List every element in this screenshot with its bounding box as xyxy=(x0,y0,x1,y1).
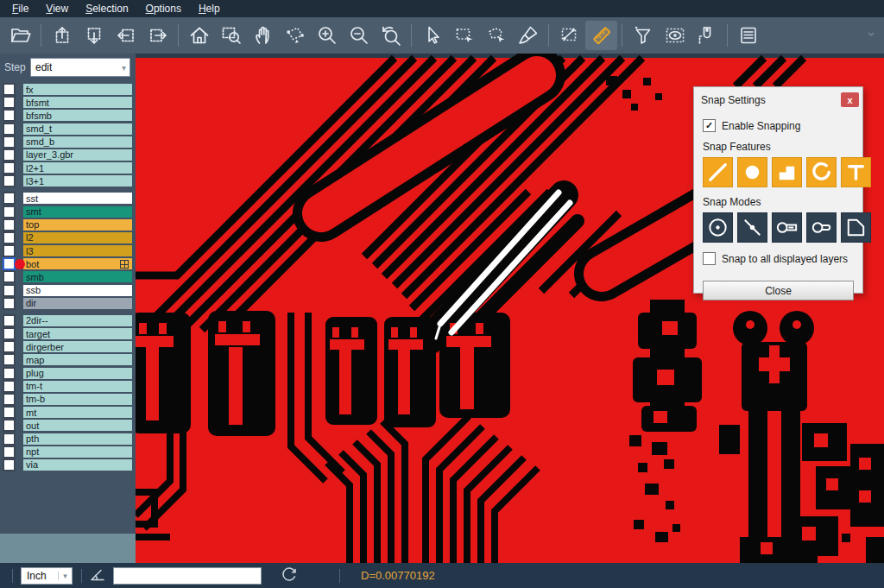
zoom-previous-icon[interactable] xyxy=(375,21,407,50)
select-cursor-icon[interactable] xyxy=(416,21,448,50)
layer-row-layer_3.gbr[interactable]: layer_3.gbr xyxy=(0,149,136,161)
layer-row-ssb[interactable]: ssb xyxy=(0,285,136,296)
measure-ruler-icon[interactable] xyxy=(585,21,617,50)
layer-checkbox[interactable] xyxy=(3,161,16,174)
layer-checkbox[interactable] xyxy=(3,192,16,205)
zoom-window-icon[interactable] xyxy=(215,21,247,50)
layer-checkbox[interactable] xyxy=(3,174,16,187)
select-polygon-icon[interactable] xyxy=(480,21,512,50)
layer-row-l2[interactable]: l2 xyxy=(0,232,136,243)
layer-row-smd_b[interactable]: smd_b xyxy=(0,136,136,148)
layer-checkbox[interactable] xyxy=(3,205,16,218)
step-select[interactable]: edit ▾ xyxy=(30,58,130,77)
layer-checkbox[interactable] xyxy=(3,380,16,393)
zoom-selection-icon[interactable] xyxy=(279,21,311,50)
layer-row-out[interactable]: out xyxy=(0,420,136,431)
unit-select[interactable]: Inch ▾ xyxy=(21,567,73,585)
layer-checkbox[interactable] xyxy=(3,109,16,122)
layer-checkbox[interactable] xyxy=(3,297,16,310)
pan-right-icon[interactable] xyxy=(142,21,174,50)
layer-checkbox[interactable] xyxy=(3,149,16,161)
snap-magnet-icon[interactable] xyxy=(691,21,723,50)
paint-brush-icon[interactable] xyxy=(512,21,544,50)
snap-feature-surface-button[interactable] xyxy=(772,157,802,187)
layer-row-bfsmb[interactable]: bfsmb xyxy=(0,110,136,121)
snap-mode-slot-button[interactable] xyxy=(772,212,802,243)
snap-mode-slot-end-button[interactable] xyxy=(806,212,837,243)
layer-row-l3+1[interactable]: l3+1 xyxy=(0,175,136,187)
menu-view[interactable]: View xyxy=(37,1,77,16)
open-folder-icon[interactable] xyxy=(4,21,36,50)
layer-row-dir[interactable]: dir xyxy=(0,298,136,309)
snap-mode-contour-button[interactable] xyxy=(841,212,871,243)
layer-row-npt[interactable]: npt xyxy=(0,446,136,458)
layer-checkbox[interactable] xyxy=(3,353,16,366)
snap-feature-pad-button[interactable] xyxy=(737,157,767,187)
layer-row-smd_t[interactable]: smd_t xyxy=(0,123,136,135)
angle-icon[interactable] xyxy=(89,566,106,586)
view-options-icon[interactable] xyxy=(659,21,691,50)
layer-checkbox[interactable] xyxy=(3,83,16,96)
layer-row-sst[interactable]: sst xyxy=(0,193,136,204)
overflow-chevron-icon[interactable] xyxy=(866,28,876,43)
menu-file[interactable]: File xyxy=(3,1,37,16)
menu-options[interactable]: Options xyxy=(137,1,190,16)
layer-checkbox[interactable] xyxy=(3,218,16,231)
layer-checkbox[interactable] xyxy=(3,393,16,406)
layer-row-target[interactable]: target xyxy=(0,328,136,339)
layer-checkbox[interactable] xyxy=(3,433,16,446)
layer-checkbox[interactable] xyxy=(3,406,16,419)
select-rectangle-icon[interactable] xyxy=(448,21,480,50)
pan-hand-icon[interactable] xyxy=(247,21,279,50)
layer-row-smt[interactable]: smt xyxy=(0,206,136,218)
snap-mode-center-button[interactable] xyxy=(703,212,733,243)
layer-row-tm-b[interactable]: tm-b xyxy=(0,394,136,405)
layer-checkbox[interactable] xyxy=(3,284,16,297)
layer-row-via[interactable]: via xyxy=(0,459,136,471)
close-button[interactable]: Close xyxy=(703,281,854,300)
snap-feature-line-button[interactable] xyxy=(703,157,733,187)
refresh-icon[interactable] xyxy=(281,566,298,586)
layer-checkbox[interactable] xyxy=(3,257,16,270)
layer-row-l3[interactable]: l3 xyxy=(0,245,136,256)
filter-icon[interactable] xyxy=(627,21,659,50)
layer-row-bfsmt[interactable]: bfsmt xyxy=(0,97,136,108)
snap-all-layers-checkbox[interactable] xyxy=(703,252,716,265)
layer-checkbox[interactable] xyxy=(3,231,16,244)
layer-checkbox[interactable] xyxy=(3,419,16,432)
layer-table-icon[interactable] xyxy=(732,21,764,50)
layer-row-smb[interactable]: smb xyxy=(0,271,136,282)
layer-row-dirgerber[interactable]: dirgerber xyxy=(0,341,136,352)
layer-row-plug[interactable]: plug xyxy=(0,368,136,379)
layer-row-bot[interactable]: bot xyxy=(0,258,136,269)
layer-checkbox[interactable] xyxy=(3,446,16,458)
layer-checkbox[interactable] xyxy=(3,327,16,340)
zoom-in-icon[interactable] xyxy=(311,21,343,50)
measure-distance-icon[interactable] xyxy=(553,21,585,50)
pan-down-icon[interactable] xyxy=(78,21,110,50)
dialog-titlebar[interactable]: Snap Settings x xyxy=(694,87,862,111)
layer-row-mt[interactable]: mt xyxy=(0,407,136,418)
pan-left-icon[interactable] xyxy=(110,21,142,50)
command-input[interactable] xyxy=(113,567,262,585)
snap-feature-arc-button[interactable] xyxy=(806,157,837,187)
layer-checkbox[interactable] xyxy=(3,458,16,471)
layer-checkbox[interactable] xyxy=(3,340,16,353)
dialog-close-icon[interactable]: x xyxy=(841,92,859,107)
pan-up-icon[interactable] xyxy=(46,21,78,50)
layer-checkbox[interactable] xyxy=(3,270,16,283)
snap-mode-point-on-feature-button[interactable] xyxy=(737,212,767,243)
layer-row-fx[interactable]: fx xyxy=(0,84,136,95)
menu-selection[interactable]: Selection xyxy=(77,1,136,16)
menu-help[interactable]: Help xyxy=(190,1,229,16)
enable-snapping-checkbox[interactable] xyxy=(703,119,716,132)
layer-checkbox[interactable] xyxy=(3,123,16,136)
layer-row-tm-t[interactable]: tm-t xyxy=(0,381,136,392)
home-view-icon[interactable] xyxy=(183,21,215,50)
layer-row-pth[interactable]: pth xyxy=(0,433,136,445)
layer-row-top[interactable]: top xyxy=(0,219,136,231)
layer-row-2dir--[interactable]: 2dir-- xyxy=(0,315,136,326)
zoom-out-icon[interactable] xyxy=(343,21,375,50)
layer-checkbox[interactable] xyxy=(3,96,16,109)
layer-checkbox[interactable] xyxy=(3,136,16,149)
